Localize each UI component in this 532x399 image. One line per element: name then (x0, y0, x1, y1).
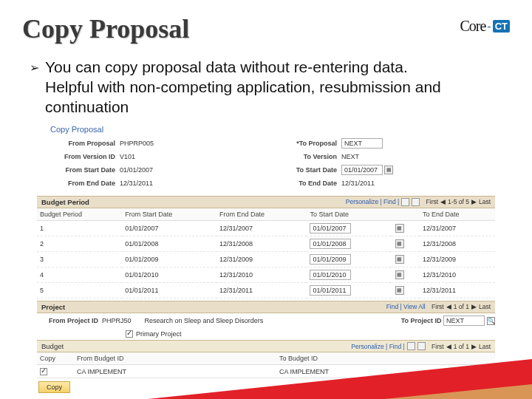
logo: Core-CT (460, 18, 510, 35)
to-project-label: To Project ID (401, 317, 442, 324)
nav-last[interactable]: Last (479, 198, 491, 205)
budget-bar-title: Budget (41, 342, 64, 350)
decorative-triangle-gold (384, 384, 532, 399)
col-to-start: To Start Date (307, 208, 390, 221)
primary-project-label: Primary Project (136, 330, 182, 338)
nav-last-2[interactable]: Last (479, 303, 491, 310)
calendar-icon[interactable]: ▦ (384, 166, 393, 174)
to-project-input[interactable]: NEXT (443, 316, 485, 326)
project-desc: Research on Sleep and Sleep Disorders (145, 317, 264, 324)
col-from-end: From End Date (216, 208, 307, 221)
to-proposal-input[interactable]: NEXT (341, 138, 383, 149)
from-start-value: 01/01/2007 (120, 166, 153, 174)
bullet-arrow-icon: ➢ (30, 61, 39, 117)
nav-range: 1-5 of 5 (448, 198, 469, 205)
col-period: Budget Period (37, 208, 122, 221)
copy-checkbox[interactable] (40, 368, 47, 375)
to-proposal-label: *To Proposal (270, 140, 341, 147)
col-from-start: From Start Date (122, 208, 216, 221)
budget-links[interactable]: Personalize | Find | (351, 343, 404, 350)
table-row: 301/01/200912/31/200901/01/2009▦12/31/20… (37, 251, 495, 267)
from-end-value: 12/31/2011 (120, 180, 153, 187)
page-title: Copy Proposal (22, 13, 189, 44)
bullet-text: You can copy proposal data without re-en… (45, 58, 459, 117)
from-project-label: From Project ID (49, 317, 98, 324)
nav-first-2[interactable]: First (432, 303, 444, 310)
from-proposal-value: PHPRP005 (120, 140, 154, 147)
project-links[interactable]: Find | View All (386, 303, 426, 310)
budget-period-table: Budget Period From Start Date From End D… (37, 208, 495, 299)
download-icon[interactable] (412, 198, 420, 206)
to-version-label: To Version (270, 153, 341, 160)
to-end-label: To End Date (270, 180, 341, 187)
col-copy: Copy (37, 352, 74, 365)
table-row: 401/01/201012/31/201001/01/2010▦12/31/20… (37, 267, 495, 282)
personalize-link[interactable]: Personalize | Find | (346, 198, 399, 205)
from-proposal-label: From Proposal (49, 140, 120, 147)
to-end-value: 12/31/2011 (341, 180, 375, 187)
from-version-value: V101 (120, 153, 135, 160)
download-icon-2[interactable] (417, 342, 426, 350)
search-icon[interactable]: 🔍 (487, 317, 495, 325)
budget-period-bar-title: Budget Period (41, 198, 89, 206)
embedded-screenshot: Copy Proposal From ProposalPHPRP005 *To … (37, 125, 495, 394)
table-row: 101/01/200712/31/200701/01/2007▦12/31/20… (37, 220, 495, 236)
to-start-input[interactable]: 01/01/2007 (341, 165, 383, 175)
from-end-label: From End Date (49, 180, 120, 187)
nav-range-2: 1 of 1 (454, 303, 469, 310)
nav-first-3[interactable]: First (432, 343, 444, 350)
to-start-label: To Start Date (270, 166, 341, 174)
from-project-value: PHPRJ50 (102, 317, 132, 324)
grid-icon[interactable] (401, 198, 409, 206)
table-row: 201/01/200812/31/200801/01/2008▦12/31/20… (37, 236, 495, 251)
from-version-label: From Version ID (49, 153, 120, 160)
primary-project-checkbox[interactable] (126, 330, 133, 338)
to-version-value: NEXT (341, 153, 359, 160)
logo-ct-badge: CT (493, 20, 510, 33)
nav-first[interactable]: First (426, 198, 439, 205)
section-title: Copy Proposal (50, 125, 495, 134)
table-row: 501/01/201112/31/201101/01/2011▦12/31/20… (37, 282, 495, 298)
logo-core-text: Core (460, 18, 485, 35)
nav-range-3: 1 of 1 (454, 343, 469, 350)
project-bar-title: Project (41, 303, 65, 311)
copy-button[interactable]: Copy (38, 381, 70, 393)
col-to-end: To End Date (420, 208, 495, 221)
from-start-label: From Start Date (49, 166, 120, 174)
grid-icon-2[interactable] (407, 342, 415, 350)
nav-last-3[interactable]: Last (479, 343, 491, 350)
